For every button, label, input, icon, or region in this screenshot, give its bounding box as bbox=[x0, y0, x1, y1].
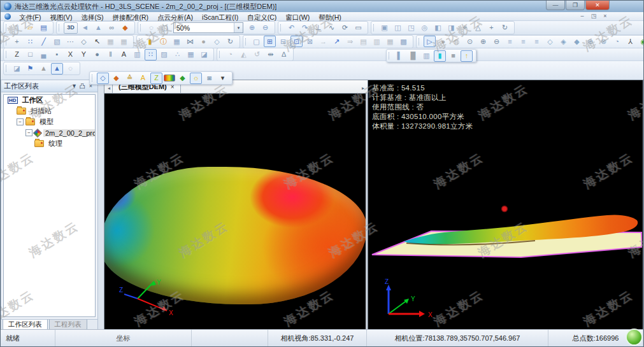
solid-block-icon[interactable]: █ bbox=[407, 50, 419, 62]
register-icon[interactable]: ▣ bbox=[378, 22, 390, 34]
minimize-button[interactable]: — bbox=[546, 1, 565, 10]
cone-icon[interactable]: △ bbox=[472, 22, 484, 34]
area-chart-icon[interactable]: ◭ bbox=[238, 49, 250, 60]
palette-more-icon[interactable]: ▾ bbox=[217, 73, 229, 84]
mdi-minimize-button[interactable]: – bbox=[578, 13, 587, 19]
rotate-c-icon[interactable]: ↻ bbox=[224, 36, 236, 47]
y-filter-icon[interactable]: Y bbox=[78, 49, 90, 60]
mesh-icon[interactable]: ▦ bbox=[171, 36, 183, 47]
new-file-icon[interactable]: ▯ bbox=[11, 22, 23, 34]
sphere-rotate-icon[interactable]: ⊗ bbox=[597, 36, 610, 47]
volume-side-viewport[interactable]: 基准高 : 54.515计算基准 : 基准面以上使用范围线 : 否底面积 : 4… bbox=[368, 80, 643, 330]
select-rect-icon[interactable]: ▢ bbox=[250, 36, 262, 47]
menu-help[interactable]: 帮助(H) bbox=[314, 13, 346, 21]
triple-column-icon[interactable]: ▥ bbox=[420, 50, 433, 62]
sphere-icon[interactable]: ● bbox=[197, 36, 210, 47]
menu-registration[interactable]: 拼接配准(R) bbox=[108, 13, 153, 21]
reference-point-marker[interactable] bbox=[502, 206, 508, 212]
panel-icon[interactable]: ▥ bbox=[131, 49, 143, 60]
profile-tool-icon[interactable]: ∿ bbox=[326, 22, 338, 34]
toolbar-grip[interactable] bbox=[419, 38, 420, 45]
color-render-icon[interactable]: ◆ bbox=[119, 22, 131, 34]
status-indicator-green[interactable] bbox=[626, 329, 643, 346]
zoom-out-icon[interactable]: ⊖ bbox=[259, 22, 271, 34]
cube-side-icon[interactable]: ◈ bbox=[557, 36, 569, 47]
combo-dropdown-icon[interactable]: ▾ bbox=[234, 23, 243, 32]
draw-line-icon[interactable]: ╱ bbox=[38, 36, 50, 47]
point-set-icon[interactable]: ⋯ bbox=[64, 36, 76, 47]
menu-pointcloud-analysis[interactable]: 点云分析(A) bbox=[153, 13, 197, 21]
toolbar-grip[interactable] bbox=[6, 24, 8, 31]
dense-grid-icon[interactable]: ▦ bbox=[185, 49, 197, 60]
paste-station-icon[interactable]: ◳ bbox=[405, 22, 417, 34]
point-display-icon[interactable]: ● bbox=[91, 49, 103, 60]
tree-item-workspace[interactable]: HD工作区 bbox=[4, 95, 95, 106]
offset-measure-icon[interactable]: ⇹ bbox=[264, 49, 276, 60]
focus-remove-icon[interactable]: ⊖ bbox=[490, 36, 503, 47]
stairs-up-icon[interactable]: ≡ bbox=[504, 36, 516, 47]
green-diamond-icon[interactable]: ◆ bbox=[176, 73, 189, 84]
menu-select[interactable]: 选择(S) bbox=[76, 13, 108, 21]
select-point-icon[interactable]: ⊡ bbox=[290, 36, 303, 47]
circle-refresh-icon[interactable]: ↺ bbox=[251, 49, 263, 60]
copy-station-icon[interactable]: ◫ bbox=[392, 22, 404, 34]
maximize-button[interactable]: ❐ bbox=[566, 1, 585, 10]
dock-menu-button[interactable]: ▼ bbox=[70, 83, 78, 89]
jump-icon[interactable]: ↗ bbox=[331, 36, 343, 47]
last-step-icon[interactable]: ⇒ bbox=[344, 36, 356, 47]
medium-points-icon[interactable]: ∴ bbox=[171, 49, 183, 60]
rect-zoom-icon[interactable]: ▢ bbox=[159, 22, 171, 34]
hatch-icon[interactable]: ▨ bbox=[158, 49, 170, 60]
tree-item-scan-stations[interactable]: 扫描站 bbox=[4, 106, 95, 117]
save-icon[interactable]: ▤ bbox=[38, 22, 50, 34]
grid-medium-icon[interactable]: ▥ bbox=[371, 36, 383, 47]
text-label-icon[interactable]: A bbox=[118, 49, 130, 60]
menu-view[interactable]: 视图(V) bbox=[45, 13, 76, 21]
toolbar-grip[interactable] bbox=[139, 38, 141, 45]
terrain-paint-icon[interactable]: ◪ bbox=[11, 63, 23, 74]
stairs-down-icon[interactable]: ≡ bbox=[531, 36, 543, 47]
tree-item-models[interactable]: −模型 bbox=[4, 117, 95, 127]
ruler-vertical-icon[interactable]: ▮ bbox=[144, 36, 156, 47]
fan-analysis-icon[interactable]: ◔ bbox=[224, 49, 236, 60]
camera-pose-icon[interactable]: ⌖ bbox=[459, 22, 471, 34]
region-outline-icon[interactable]: ◌ bbox=[64, 63, 76, 74]
toolbar-grip[interactable] bbox=[6, 38, 8, 45]
toolbar-grip[interactable] bbox=[6, 65, 8, 72]
mdi-restore-button[interactable]: ◳ bbox=[589, 13, 598, 19]
fly-icon[interactable]: ▷ bbox=[424, 36, 436, 47]
dock-pin-button[interactable]: 凸 bbox=[78, 82, 87, 90]
rainbow-render-icon[interactable] bbox=[164, 74, 175, 81]
light-icon[interactable]: ☼ bbox=[190, 73, 202, 84]
sphere-axis-icon[interactable]: ⊕ bbox=[584, 36, 596, 47]
tab-scroll-left-icon[interactable]: ◂ bbox=[106, 85, 112, 93]
menu-iscan-project[interactable]: iScan工程(I) bbox=[197, 13, 243, 21]
merge-icon[interactable]: ⋈ bbox=[184, 36, 196, 47]
label-z-icon[interactable]: Z bbox=[150, 73, 162, 84]
stairs-mid-icon[interactable]: ≡ bbox=[517, 36, 529, 47]
tripod-icon[interactable]: ⅄ bbox=[624, 36, 636, 47]
camera-top-icon[interactable]: ▲ bbox=[92, 22, 104, 34]
grid-large-icon[interactable]: ▦ bbox=[384, 36, 396, 47]
toolbar-grip[interactable] bbox=[59, 24, 61, 31]
browse-icon[interactable]: ∞ bbox=[106, 22, 118, 34]
orbit-icon[interactable]: ↻ bbox=[499, 22, 511, 34]
info-icon[interactable]: ⓘ bbox=[157, 36, 169, 47]
x-filter-icon[interactable]: X bbox=[64, 49, 76, 60]
magnifier-icon[interactable]: ⊙ bbox=[464, 36, 476, 47]
lasso-select-icon[interactable]: ◌ bbox=[145, 22, 157, 34]
label-a-icon[interactable]: A bbox=[137, 73, 149, 84]
focus-add-icon[interactable]: ⊕ bbox=[477, 36, 489, 47]
mountain-blue-icon[interactable]: ▲ bbox=[51, 63, 63, 74]
cube-top-icon[interactable]: ◆ bbox=[571, 36, 583, 47]
toolbar-grip[interactable] bbox=[6, 51, 8, 58]
close-button[interactable]: ✕ bbox=[585, 1, 610, 10]
orbit-sphere-icon[interactable]: ● bbox=[437, 36, 449, 47]
z-filter-icon[interactable]: Z bbox=[11, 49, 23, 60]
toolbar-grip[interactable] bbox=[245, 38, 247, 45]
move-icon[interactable]: + bbox=[485, 22, 497, 34]
mdi-close-button[interactable]: × bbox=[601, 13, 610, 19]
tab-scroll-right-icon[interactable]: ▸ bbox=[360, 85, 366, 93]
rect-filter-icon[interactable]: □ bbox=[24, 49, 36, 60]
dem-3d-viewport[interactable]: Y X Z bbox=[104, 94, 368, 330]
